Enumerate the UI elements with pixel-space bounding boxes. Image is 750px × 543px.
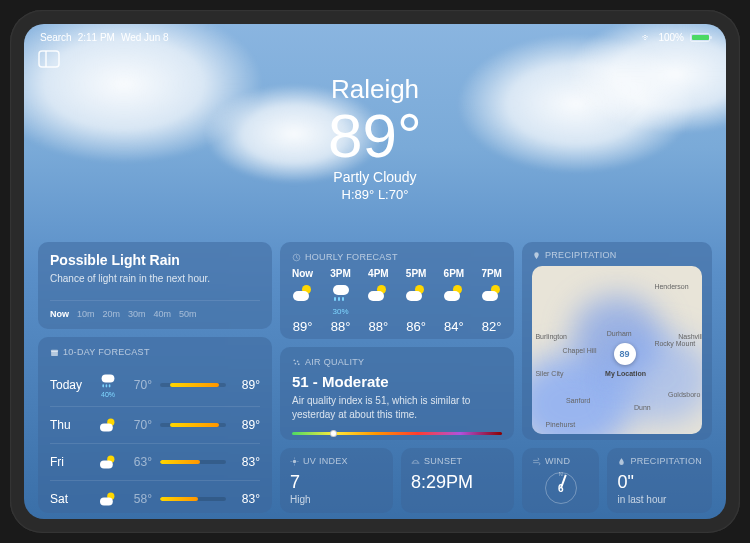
rain-alert-card[interactable]: Possible Light Rain Chance of light rain… <box>38 242 272 329</box>
sun-cloud-icon <box>368 283 388 303</box>
hourly-item: 3PM 30% 88° <box>330 268 351 334</box>
sun-cloud-icon <box>293 283 313 303</box>
sun-cloud-icon <box>98 415 118 435</box>
hourly-pct: 30% <box>333 307 349 315</box>
map-city-label: Rocky Mount <box>654 340 695 347</box>
sun-cloud-icon <box>406 283 426 303</box>
aq-desc: Air quality index is 51, which is simila… <box>292 394 502 422</box>
fc-temp-bar <box>160 497 226 501</box>
scale-tick: Now <box>50 309 69 319</box>
fc-day: Fri <box>50 455 90 469</box>
sunset-card[interactable]: SUNSET 8:29PM <box>401 448 514 513</box>
forecast-row[interactable]: Thu 70° 89° <box>50 406 260 443</box>
scale-tick: 10m <box>77 309 95 319</box>
fc-temp-bar <box>160 383 226 387</box>
sun-cloud-icon <box>482 283 502 303</box>
map-city-label: Burlington <box>535 333 567 340</box>
wifi-icon: ᯤ <box>642 32 652 43</box>
fc-high: 89° <box>234 378 260 392</box>
svg-point-5 <box>293 359 295 361</box>
uv-value: 7 <box>290 472 383 494</box>
map-city-label: Dunn <box>634 404 651 411</box>
screen: Search 2:11 PM Wed Jun 8 ᯤ 100% Raleigh … <box>24 24 726 519</box>
hourly-item: Now 89° <box>292 268 313 334</box>
uv-index-card[interactable]: UV INDEX 7 High <box>280 448 393 513</box>
aq-header: AIR QUALITY <box>292 357 502 367</box>
hourly-item: 6PM 84° <box>444 268 465 334</box>
hourly-time: 3PM <box>330 268 351 279</box>
hourly-header: HOURLY FORECAST <box>292 252 502 262</box>
hourly-temp: 89° <box>293 319 313 334</box>
precipitation-map[interactable]: HendersonBurlingtonDurhamChapel HillRock… <box>532 266 702 434</box>
fc-high: 83° <box>234 455 260 469</box>
svg-rect-2 <box>51 349 58 355</box>
current-temp: 89° <box>24 105 726 167</box>
fc-day: Sat <box>50 492 90 506</box>
forecast-row[interactable]: Today 40% 70° 89° <box>50 363 260 406</box>
ipad-device: Search 2:11 PM Wed Jun 8 ᯤ 100% Raleigh … <box>10 10 740 533</box>
precipitation-map-card[interactable]: PRECIPITATION HendersonBurlingtonDurhamC… <box>522 242 712 440</box>
map-city-label: Goldsboro <box>668 391 700 398</box>
map-pin-label: My Location <box>605 370 646 377</box>
fc-temp-bar <box>160 423 226 427</box>
current-conditions: Raleigh 89° Partly Cloudy H:89° L:70° <box>24 24 726 202</box>
scale-tick: 20m <box>103 309 121 319</box>
status-bar: Search 2:11 PM Wed Jun 8 ᯤ 100% <box>24 28 726 46</box>
scale-tick: 40m <box>154 309 172 319</box>
precip-value: 0" <box>617 472 702 494</box>
hourly-temp: 82° <box>482 319 502 334</box>
air-quality-card[interactable]: AIR QUALITY 51 - Moderate Air quality in… <box>280 347 514 440</box>
hourly-temp: 88° <box>369 319 389 334</box>
sun-cloud-icon <box>444 283 464 303</box>
fc-low: 70° <box>126 418 152 432</box>
rain-icon <box>331 283 351 303</box>
sunset-value: 8:29PM <box>411 472 504 494</box>
status-time: 2:11 PM <box>78 32 115 43</box>
precip-header: PRECIPITATION <box>617 456 702 466</box>
forecast-row[interactable]: Sat 58° 83° <box>50 480 260 513</box>
hourly-card[interactable]: HOURLY FORECAST Now 89°3PM 30% 88°4PM 88… <box>280 242 514 339</box>
scale-tick: 30m <box>128 309 146 319</box>
wind-header: WIND <box>532 456 589 466</box>
map-city-label: Siler City <box>535 370 563 377</box>
status-search[interactable]: Search <box>40 32 72 43</box>
map-city-label: Chapel Hill <box>563 347 597 354</box>
svg-point-6 <box>297 360 299 362</box>
map-city-label: Nashville <box>678 333 702 340</box>
fc-low: 70° <box>126 378 152 392</box>
precip-map-header: PRECIPITATION <box>532 250 702 260</box>
hourly-temp: 84° <box>444 319 464 334</box>
wind-card[interactable]: WIND 6 <box>522 448 599 513</box>
forecast-card[interactable]: 10-DAY FORECAST Today 40% 70° 89°Thu 70°… <box>38 337 272 513</box>
fc-temp-bar <box>160 460 226 464</box>
hourly-time: 4PM <box>368 268 389 279</box>
precipitation-card[interactable]: PRECIPITATION 0" in last hour <box>607 448 712 513</box>
hourly-temp: 88° <box>331 319 351 334</box>
fc-day: Today <box>50 378 90 392</box>
fc-low: 63° <box>126 455 152 469</box>
fc-high: 83° <box>234 492 260 506</box>
aq-value: 51 - Moderate <box>292 373 502 390</box>
alert-title: Possible Light Rain <box>50 252 260 268</box>
battery-icon <box>690 33 710 42</box>
hourly-time: 6PM <box>444 268 465 279</box>
aq-scale <box>292 432 502 435</box>
hourly-item: 4PM 88° <box>368 268 389 334</box>
sidebar-button[interactable] <box>38 50 60 68</box>
compass-icon: 6 <box>545 472 577 504</box>
status-date: Wed Jun 8 <box>121 32 169 43</box>
precip-sub: in last hour <box>617 494 702 505</box>
forecast-row[interactable]: Fri 63° 83° <box>50 443 260 480</box>
current-condition: Partly Cloudy <box>24 169 726 185</box>
fc-low: 58° <box>126 492 152 506</box>
map-city-label: Durham <box>607 330 632 337</box>
svg-point-7 <box>295 362 297 364</box>
hourly-time: Now <box>292 268 313 279</box>
uv-header: UV INDEX <box>290 456 383 466</box>
scale-tick: 50m <box>179 309 197 319</box>
alert-desc: Chance of light rain in the next hour. <box>50 272 260 286</box>
svg-point-9 <box>293 460 296 463</box>
sun-cloud-icon <box>98 452 118 472</box>
svg-point-8 <box>298 363 300 365</box>
map-city-label: Pinehurst <box>546 421 576 428</box>
